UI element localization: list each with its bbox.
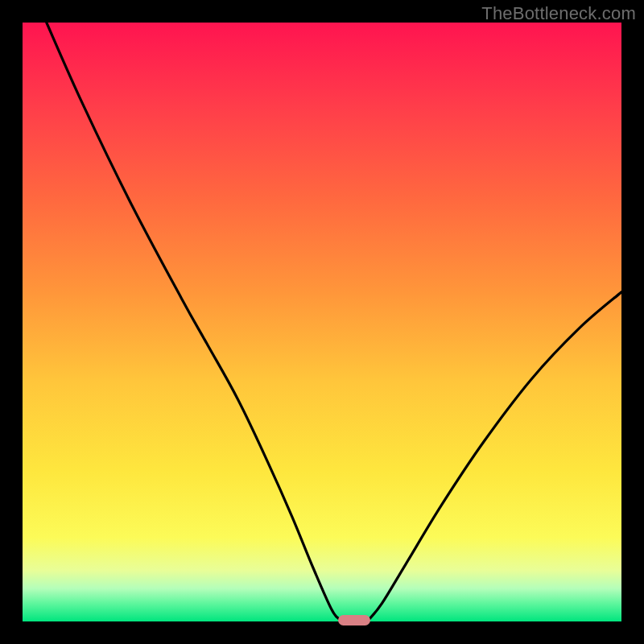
bottleneck-curve [23,23,621,621]
chart-frame: TheBottleneck.com [0,0,644,644]
optimal-marker [338,615,370,625]
curve-left-branch [47,23,341,620]
curve-right-branch [369,292,621,620]
watermark-text: TheBottleneck.com [481,3,636,24]
plot-area [23,23,621,621]
